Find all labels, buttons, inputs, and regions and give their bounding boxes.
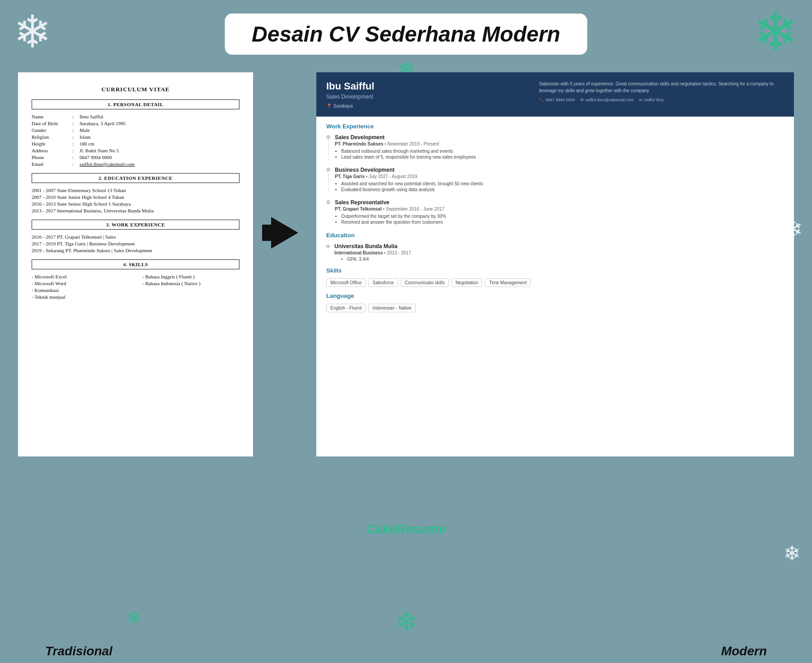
cake-text: Cake <box>366 522 397 536</box>
list-item: Assisted and searched for new potential … <box>341 181 784 186</box>
snowflake-top-left: ❄ <box>14 9 52 54</box>
phone-icon: 📞 <box>539 98 544 102</box>
work-item-1: Sales Development PT. Pharmindo Sukses •… <box>326 134 784 160</box>
table-row: Height : 180 cm <box>32 141 239 146</box>
work-item-2: Business Development PT. Tiga Garis • Ju… <box>326 167 784 193</box>
work-role: Sales Representative <box>335 199 784 206</box>
skills-tags: Microsoft Office Salesforce Communicatio… <box>326 278 784 287</box>
list-item: Lead sales team of 5, responsible for tr… <box>341 155 784 160</box>
list-item: 2001 - 2007 State Elementary School 13 T… <box>32 188 239 193</box>
list-item: 2016 - 2017 PT. Grapari Telkomsel | Sale… <box>32 234 239 240</box>
work-item-3: Sales Representative PT. Grapari Telkoms… <box>326 199 784 226</box>
snowflake-top-right: ❄ <box>753 5 798 59</box>
modern-cv-name: Ibu Saifful <box>326 80 530 92</box>
list-item: - Bahasa Inggris ( Fluent ) <box>142 274 239 279</box>
modern-cv-summary: Salesman with 5 years of experience. Gre… <box>539 80 784 94</box>
work-section: 2016 - 2017 PT. Grapari Telkomsel | Sale… <box>32 234 239 253</box>
skill-tag: Communicatio skills <box>401 278 449 287</box>
work-dot <box>326 135 330 139</box>
list-item: 2013 - 2017 International Business, Univ… <box>32 208 239 213</box>
edu-dot <box>326 245 330 248</box>
language-title: Language <box>326 292 784 299</box>
page-title: Desain CV Sederhana Modern <box>252 22 560 47</box>
list-item: 2019 - Sekarang PT. Pharmindo Sukses | S… <box>32 248 239 253</box>
linkedin-icon: in <box>639 98 642 102</box>
work-company: PT. Grapari Telkomsel • September 2016 -… <box>335 207 784 212</box>
work-role: Sales Development <box>335 134 784 141</box>
edu-item-1: Universitas Bunda Mulia International Bu… <box>326 243 784 262</box>
skill-tag: Microsoft Office <box>326 278 366 287</box>
modern-cv-location: 📍 Surabaya <box>326 103 530 108</box>
edu-degree: International Business • 2013 - 2017 <box>334 250 784 255</box>
personal-detail-section: Name : Ibnu Saifful Date of Birth : Sura… <box>32 114 239 167</box>
linkedin-contact: in Saifful Ibny <box>639 98 663 102</box>
modern-cv: Ibu Saifful Sales Development 📍 Surabaya… <box>316 72 794 456</box>
education-section: 2001 - 2007 State Elementary School 13 T… <box>32 188 239 213</box>
resume-text: Resume <box>397 522 446 536</box>
education-header: 2. EDUCATION EXPERIENCE <box>32 173 239 183</box>
language-tags: English - Fluent Indonesian - Native <box>326 304 784 312</box>
cv-trad-title: CURRICULUM VITAE <box>32 86 239 93</box>
label-traditional: Tradisional <box>45 644 113 658</box>
modern-cv-header-left: Ibu Saifful Sales Development 📍 Surabaya <box>326 80 530 108</box>
title-banner: Desain CV Sederhana Modern <box>225 14 587 55</box>
list-item: Evaluated business growth using data ana… <box>341 187 784 192</box>
list-item: - Teknik menjual <box>32 294 129 300</box>
table-row: Email : saifful.ibnu@cakemail.com <box>32 161 239 167</box>
email-icon: ✉ <box>580 98 584 102</box>
list-item: - Microsoft Word <box>32 281 129 286</box>
direction-arrow <box>271 217 298 249</box>
work-experience-title: Work Experience <box>326 123 784 130</box>
list-item: 2007 - 2010 State Junior High School 4 T… <box>32 194 239 200</box>
skills-header: 4. SKILLS <box>32 259 239 269</box>
work-role: Business Development <box>335 167 784 173</box>
list-item: - Microsoft Excel <box>32 274 129 279</box>
personal-detail-header: 1. PERSONAL DETAIL <box>32 99 239 109</box>
table-row: Religion : Islam <box>32 134 239 140</box>
edu-gpa: GPA: 3.4/4 <box>347 257 784 262</box>
location-icon: 📍 <box>326 103 332 108</box>
school-name: Universitas Bunda Mulia <box>334 243 784 249</box>
modern-cv-header-right: Salesman with 5 years of experience. Gre… <box>539 80 784 102</box>
table-row: Date of Birth : Surabaya, 3 April 1995 <box>32 121 239 126</box>
email-contact: ✉ saifful.ibnu@cakemail.com <box>580 98 634 102</box>
arrow-container <box>271 72 298 249</box>
list-item: - Bahasa Indonesia ( Native ) <box>142 281 239 286</box>
table-row: Address : Jl. Bukit Siam No 5 <box>32 148 239 153</box>
skill-tag: Negotiation <box>451 278 483 287</box>
language-tag-english: English - Fluent <box>326 304 366 312</box>
list-item: Outperformed the target set by the compa… <box>341 214 784 219</box>
modern-cv-job-title: Sales Development <box>326 94 530 100</box>
label-modern: Modern <box>721 644 767 658</box>
list-item: - Komunikasi <box>32 287 129 293</box>
language-tag-indonesian: Indonesian - Native <box>368 304 415 312</box>
education-title: Education <box>326 232 784 239</box>
modern-cv-body: Work Experience Sales Development PT. Ph… <box>316 117 794 319</box>
cakeresume-watermark: CakeResume <box>366 522 446 536</box>
work-dot <box>326 200 330 204</box>
table-row: Name : Ibnu Saifful <box>32 114 239 119</box>
work-company: PT. Tiga Garis • July 2027 - August 2019 <box>335 174 784 179</box>
main-content: CURRICULUM VITAE 1. PERSONAL DETAIL Name… <box>18 72 794 636</box>
table-row: Phone : 0847 9994 0000 <box>32 155 239 160</box>
skill-tag: Time Management <box>485 278 530 287</box>
phone-contact: 📞 0847 9994 0000 <box>539 98 575 102</box>
labels-row: Tradisional Modern <box>18 644 794 658</box>
skills-title: Skills <box>326 267 784 274</box>
skills-section: - Microsoft Excel - Microsoft Word - Kom… <box>32 274 239 301</box>
list-item: 2010 - 2013 State Senior High School 1 S… <box>32 201 239 207</box>
list-item: 2017 - 2019 PT. Tiga Garis | Business De… <box>32 241 239 246</box>
table-row: Gender : Male <box>32 127 239 133</box>
work-dot <box>326 168 330 172</box>
modern-cv-contacts: 📞 0847 9994 0000 ✉ saifful.ibnu@cakemail… <box>539 98 784 102</box>
traditional-cv: CURRICULUM VITAE 1. PERSONAL DETAIL Name… <box>18 72 253 456</box>
work-company: PT. Pharmindo Sukses • November 2019 - P… <box>335 141 784 146</box>
list-item: Balanced outbound sales through marketin… <box>341 149 784 154</box>
list-item: Received and answer the question from cu… <box>341 220 784 225</box>
modern-cv-header: Ibu Saifful Sales Development 📍 Surabaya… <box>316 72 794 117</box>
skill-tag: Salesforce <box>368 278 398 287</box>
work-header: 3. WORK EXPERIENCE <box>32 220 239 230</box>
